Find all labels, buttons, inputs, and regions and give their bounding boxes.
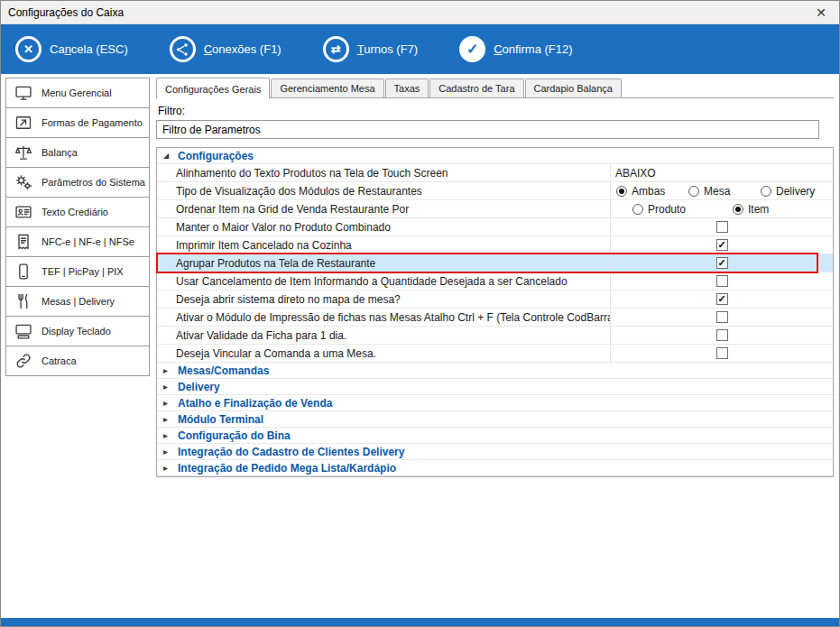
- grid-section-integracao-pedido-mega-lista[interactable]: Integração de Pedido Mega Lista/Kardápio: [157, 460, 833, 476]
- display-icon: [13, 322, 34, 340]
- radio-icon: [761, 186, 771, 197]
- tab-cadastro-de-tara[interactable]: Cadastro de Tara: [429, 78, 523, 97]
- sidebar-item-balanca[interactable]: Balança: [5, 137, 150, 168]
- setting-row[interactable]: Manter o Maior Valor no Produto Combinad…: [157, 218, 833, 236]
- sidebar-item-display-teclado[interactable]: Display Teclado: [5, 316, 150, 346]
- smartphone-icon: [13, 263, 34, 281]
- radio-option[interactable]: Ambas: [616, 185, 688, 198]
- tab-bar: Configurações GeraisGerenciamento MesaTa…: [156, 76, 834, 98]
- settings-grid: ConfiguraçõesAlinhamento do Texto Produt…: [156, 147, 834, 477]
- sidebar-item-tef-picpay-pix[interactable]: TEF | PicPay | PIX: [5, 256, 150, 287]
- filter-input[interactable]: [156, 120, 819, 139]
- setting-row[interactable]: Ativar o Módulo de Impressão de fichas n…: [157, 309, 833, 327]
- grid-section-delivery[interactable]: Delivery: [157, 379, 833, 395]
- id-card-icon: [13, 203, 34, 221]
- checkbox[interactable]: [716, 275, 728, 287]
- setting-row[interactable]: Usar Cancelamento de Item Informando a Q…: [157, 272, 833, 290]
- tab-taxas[interactable]: Taxas: [385, 78, 429, 97]
- dialog-body: Menu GerencialFormas de PagamentoBalança…: [1, 74, 839, 618]
- radio-icon: [733, 204, 743, 215]
- checkbox[interactable]: [716, 347, 728, 359]
- sidebar-item-parametros-sistema[interactable]: Parâmetros do Sistema: [5, 167, 150, 198]
- grid-section-configuracoes[interactable]: Configurações: [157, 148, 833, 164]
- radio-option[interactable]: Produto: [632, 203, 733, 216]
- section-title: Delivery: [178, 381, 220, 393]
- section-title: Configurações: [178, 150, 254, 162]
- tab-cardapio-balanca[interactable]: Cardapio Balança: [525, 78, 622, 97]
- sidebar: Menu GerencialFormas de PagamentoBalança…: [1, 74, 152, 618]
- connections-button[interactable]: Conexões (F1): [162, 31, 289, 68]
- setting-row[interactable]: Deseja Vincular a Comanda a uma Mesa.: [157, 345, 833, 363]
- sidebar-item-catraca[interactable]: Catraca: [5, 346, 150, 376]
- setting-row[interactable]: Ordenar Item na Grid de Venda Restaurant…: [157, 200, 833, 218]
- shifts-button[interactable]: ⇄Turnos (F7): [316, 31, 425, 68]
- window-bottom-bar: [1, 618, 839, 626]
- section-title: Integração de Pedido Mega Lista/Kardápio: [178, 462, 396, 475]
- grid-section-mesas-comandas[interactable]: Mesas/Comandas: [157, 363, 833, 379]
- setting-value: [611, 254, 833, 272]
- sidebar-item-label: NFC-e | NF-e | NFSe: [42, 236, 134, 247]
- cancel-button[interactable]: ✕Cancela (ESC): [8, 31, 135, 68]
- checkbox[interactable]: [716, 257, 728, 269]
- checkbox[interactable]: [716, 293, 728, 305]
- radio-option[interactable]: Delivery: [761, 185, 833, 198]
- radio-option[interactable]: Item: [733, 203, 833, 216]
- sidebar-item-nfce-nfe-nfse[interactable]: NFC-e | NF-e | NFSe: [5, 226, 150, 257]
- sidebar-item-label: Texto Crediário: [42, 207, 108, 217]
- radio-option[interactable]: Mesa: [688, 185, 761, 198]
- setting-text-value: ABAIXO: [615, 167, 656, 180]
- section-title: Módulo Terminal: [178, 413, 263, 426]
- setting-row[interactable]: Ativar Validade da Ficha para 1 dia.: [157, 327, 833, 345]
- radio-label: Mesa: [704, 185, 730, 198]
- close-button[interactable]: ✕: [803, 1, 839, 23]
- sidebar-item-label: Parâmetros do Sistema: [42, 177, 145, 188]
- cancel-icon: ✕: [15, 36, 42, 62]
- confirm-button[interactable]: ✓Confirma (F12): [452, 31, 579, 68]
- payment-icon: [13, 114, 34, 132]
- section-title: Integração do Cadastro de Clientes Deliv…: [178, 446, 404, 458]
- receipt-icon: [13, 233, 34, 251]
- radio-label: Item: [748, 203, 769, 216]
- expand-arrow-icon: [163, 382, 171, 392]
- checkbox[interactable]: [716, 329, 728, 341]
- sidebar-item-texto-crediario[interactable]: Texto Crediário: [5, 197, 150, 227]
- section-title: Mesas/Comandas: [178, 364, 269, 377]
- setting-label: Manter o Maior Valor no Produto Combinad…: [157, 218, 611, 235]
- grid-section-configuracao-do-bina[interactable]: Configuração do Bina: [157, 428, 833, 444]
- monitor-icon: [13, 84, 34, 102]
- filter-label: Filtro:: [158, 105, 834, 117]
- setting-row[interactable]: Deseja abrir sistema direto no mapa de m…: [157, 290, 833, 309]
- setting-row[interactable]: Tipo de Visualização dos Módulos de Rest…: [157, 182, 833, 200]
- setting-value: [611, 236, 833, 254]
- setting-row[interactable]: Alinhamento do Texto Produtos na Tela de…: [157, 164, 833, 182]
- checkbox[interactable]: [716, 221, 728, 233]
- sidebar-item-menu-gerencial[interactable]: Menu Gerencial: [5, 78, 150, 108]
- grid-section-atalho-finalizacao-venda[interactable]: Atalho e Finalização de Venda: [157, 395, 833, 411]
- tab-configuracoes-gerais[interactable]: Configurações Gerais: [156, 78, 270, 98]
- sidebar-item-mesas-delivery[interactable]: Mesas | Delivery: [5, 286, 150, 317]
- checkbox[interactable]: [716, 239, 728, 251]
- sidebar-item-label: Balança: [42, 147, 78, 158]
- setting-label: Imprimir Item Cancelado na Cozinha: [157, 236, 611, 254]
- setting-label: Alinhamento do Texto Produtos na Tela de…: [157, 164, 611, 181]
- setting-row[interactable]: Agrupar Produtos na Tela de Restaurante: [157, 254, 833, 272]
- connections-icon: [170, 36, 196, 62]
- shifts-icon: ⇄: [323, 36, 349, 62]
- toolbar-button-label: Conexões (F1): [204, 42, 282, 56]
- setting-row[interactable]: Imprimir Item Cancelado na Cozinha: [157, 236, 833, 254]
- expand-arrow-icon: [163, 398, 171, 408]
- setting-value: [611, 272, 833, 290]
- sidebar-item-formas-pagamento[interactable]: Formas de Pagamento: [5, 107, 150, 138]
- toolbar-button-label: Cancela (ESC): [50, 42, 128, 56]
- setting-value: [611, 218, 833, 235]
- tab-gerenciamento-mesa[interactable]: Gerenciamento Mesa: [271, 78, 383, 97]
- setting-label: Ativar Validade da Ficha para 1 dia.: [157, 327, 611, 344]
- main-panel: Configurações GeraisGerenciamento MesaTa…: [152, 74, 839, 618]
- grid-section-modulo-terminal[interactable]: Módulo Terminal: [157, 411, 833, 428]
- grid-section-integracao-clientes-delivery[interactable]: Integração do Cadastro de Clientes Deliv…: [157, 444, 833, 460]
- titlebar: Configurações do Caixa ✕: [1, 1, 839, 24]
- toolbar-button-label: Confirma (F12): [494, 42, 572, 56]
- checkbox[interactable]: [716, 311, 728, 323]
- expand-arrow-icon: [163, 463, 171, 473]
- toolbar: ✕Cancela (ESC)Conexões (F1)⇄Turnos (F7)✓…: [1, 24, 839, 74]
